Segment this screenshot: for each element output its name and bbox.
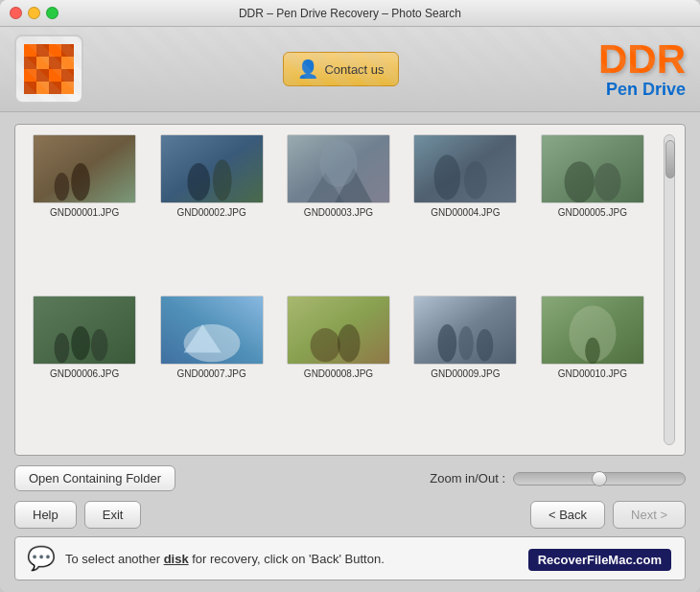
svg-point-31: [564, 161, 594, 202]
close-button[interactable]: [10, 7, 22, 19]
contact-label: Contact us: [324, 62, 384, 77]
svg-point-45: [459, 326, 475, 360]
list-item[interactable]: GND00001.JPG: [25, 134, 144, 284]
photo-thumbnail[interactable]: [33, 296, 136, 365]
info-highlight: disk: [164, 552, 189, 566]
zoom-control: Zoom in/Out :: [430, 471, 686, 485]
svg-point-36: [91, 329, 108, 361]
photo-thumbnail[interactable]: [160, 296, 264, 365]
svg-point-21: [187, 163, 210, 201]
minimize-button[interactable]: [28, 7, 40, 19]
svg-rect-16: [61, 82, 74, 94]
svg-rect-30: [542, 135, 643, 202]
scrollbar-thumb[interactable]: [665, 140, 675, 178]
svg-rect-4: [61, 44, 74, 57]
photo-label: GND00002.JPG: [176, 207, 245, 218]
photo-thumbnail[interactable]: [541, 296, 644, 365]
app-window: DDR – Pen Drive Recovery – Photo Search: [0, 0, 700, 592]
svg-rect-8: [61, 57, 74, 69]
svg-rect-12: [61, 69, 74, 82]
window-title: DDR – Pen Drive Recovery – Photo Search: [239, 7, 461, 20]
svg-point-41: [311, 328, 340, 362]
photo-label: GND00006.JPG: [50, 368, 119, 379]
list-item[interactable]: GND00008.JPG: [279, 296, 398, 445]
svg-rect-2: [36, 44, 49, 57]
zoom-slider[interactable]: [513, 472, 686, 485]
list-item[interactable]: GND00002.JPG: [152, 134, 270, 284]
photo-grid: GND00001.JPG GND00002.JPG: [25, 134, 656, 445]
photo-label: GND00001.JPG: [50, 207, 119, 218]
window-controls: [10, 7, 58, 19]
back-button[interactable]: < Back: [530, 501, 605, 529]
svg-point-44: [438, 324, 457, 362]
svg-point-42: [338, 324, 361, 362]
main-content: GND00001.JPG GND00002.JPG: [0, 112, 700, 592]
svg-rect-5: [24, 57, 36, 69]
photo-thumbnail[interactable]: [413, 296, 517, 365]
photo-label: GND00004.JPG: [431, 207, 500, 218]
svg-point-28: [434, 154, 460, 200]
svg-rect-14: [36, 82, 49, 94]
zoom-label: Zoom in/Out :: [430, 471, 505, 485]
photo-thumbnail[interactable]: [287, 134, 390, 203]
title-bar: DDR – Pen Drive Recovery – Photo Search: [0, 0, 700, 27]
svg-rect-9: [24, 69, 36, 82]
svg-rect-15: [49, 82, 61, 94]
svg-point-19: [71, 163, 90, 201]
exit-button[interactable]: Exit: [84, 501, 142, 529]
svg-rect-10: [36, 69, 49, 82]
nav-row: Help Exit < Back Next >: [14, 501, 686, 529]
photo-thumbnail[interactable]: [287, 296, 390, 365]
checker-icon: [24, 44, 74, 94]
list-item[interactable]: GND00009.JPG: [406, 296, 525, 445]
header: 👤 Contact us DDR Pen Drive: [0, 27, 700, 112]
help-button[interactable]: Help: [14, 501, 77, 529]
info-icon: 💬: [27, 545, 56, 572]
open-folder-button[interactable]: Open Containing Folder: [14, 465, 175, 491]
svg-point-26: [319, 140, 357, 187]
brand-area: DDR Pen Drive: [598, 39, 686, 100]
contact-icon: 👤: [297, 59, 318, 80]
photo-thumbnail[interactable]: [160, 134, 264, 203]
next-button[interactable]: Next >: [613, 501, 686, 529]
contact-button[interactable]: 👤 Contact us: [283, 52, 398, 86]
svg-point-35: [71, 326, 90, 360]
svg-rect-7: [49, 57, 61, 69]
photo-label: GND00010.JPG: [558, 368, 627, 379]
app-logo: [14, 35, 83, 104]
svg-point-22: [213, 159, 232, 201]
controls-row: Open Containing Folder Zoom in/Out :: [14, 465, 686, 491]
photo-label: GND00003.JPG: [304, 207, 373, 218]
svg-point-18: [55, 173, 70, 201]
list-item[interactable]: GND00007.JPG: [152, 296, 270, 445]
list-item[interactable]: GND00003.JPG: [279, 134, 398, 284]
footer-brand: RecoverFileMac.com: [528, 549, 671, 571]
svg-rect-6: [36, 57, 49, 69]
photo-grid-container: GND00001.JPG GND00002.JPG: [14, 124, 686, 456]
svg-rect-3: [49, 44, 61, 57]
scrollbar[interactable]: [664, 134, 675, 445]
svg-rect-27: [414, 135, 516, 202]
svg-rect-20: [161, 135, 263, 202]
svg-point-34: [55, 333, 70, 363]
svg-point-29: [464, 161, 487, 199]
list-item[interactable]: GND00004.JPG: [406, 134, 525, 284]
photo-label: GND00005.JPG: [558, 207, 627, 218]
ddr-logo-text: DDR: [598, 39, 686, 80]
svg-rect-13: [24, 82, 36, 94]
photo-thumbnail[interactable]: [541, 134, 644, 203]
list-item[interactable]: GND00006.JPG: [25, 296, 144, 445]
svg-point-32: [595, 163, 620, 201]
list-item[interactable]: GND00005.JPG: [533, 134, 652, 284]
info-message: To select another disk for recovery, cli…: [65, 552, 385, 566]
list-item[interactable]: GND00010.JPG: [533, 296, 652, 445]
svg-rect-11: [49, 69, 61, 82]
photo-thumbnail[interactable]: [413, 134, 517, 203]
maximize-button[interactable]: [46, 7, 58, 19]
photo-label: GND00009.JPG: [431, 368, 500, 379]
photo-thumbnail[interactable]: [33, 134, 136, 203]
photo-label: GND00007.JPG: [176, 368, 245, 379]
svg-point-46: [477, 329, 494, 361]
brand-subtitle: Pen Drive: [598, 80, 686, 100]
svg-point-49: [585, 338, 600, 364]
